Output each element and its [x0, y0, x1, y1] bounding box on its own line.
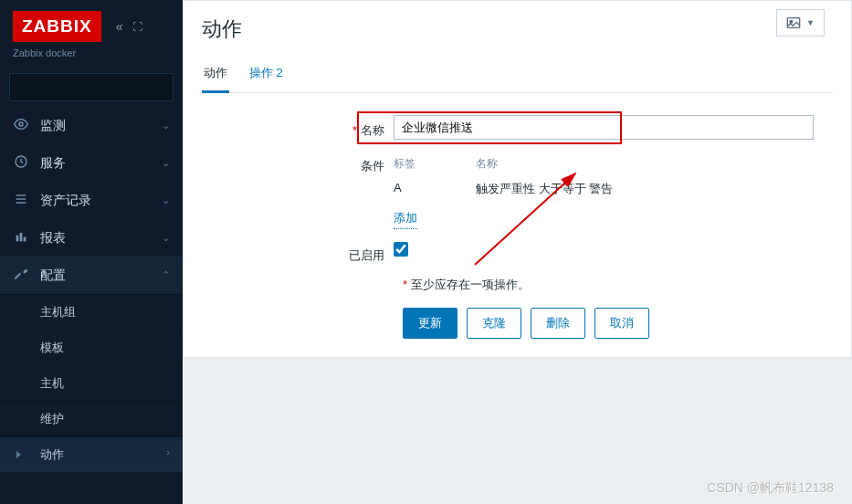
nav-inventory[interactable]: 资产记录 ⌄ — [0, 182, 183, 219]
svg-point-11 — [790, 20, 793, 23]
update-button[interactable]: 更新 — [403, 308, 458, 339]
nav-configuration[interactable]: 配置 ⌃ — [0, 257, 183, 294]
content-card: 动作 动作 操作 2 *名称 条件 标签 — [183, 0, 852, 358]
server-name: Zabbix docker — [0, 47, 183, 68]
tab-label: 动作 — [204, 66, 227, 79]
condition-row: A 触发严重性 大于等于 警告 — [394, 175, 833, 203]
cond-label: A — [394, 181, 476, 197]
sidebar: ZABBIX « ⛶ Zabbix docker 监测 ⌄ 服务 ⌄ — [0, 0, 183, 504]
tabs: 动作 操作 2 — [202, 47, 833, 93]
nav-services[interactable]: 服务 ⌄ — [0, 144, 183, 182]
name-row: *名称 — [202, 115, 833, 140]
image-icon — [786, 16, 801, 29]
export-button[interactable]: ▼ — [776, 9, 825, 37]
nav-label: 配置 — [40, 268, 151, 284]
conditions-table: 标签 名称 A 触发严重性 大于等于 警告 — [394, 152, 833, 203]
chevron-up-icon: ⌃ — [162, 269, 170, 281]
nav-label: 监测 — [40, 118, 151, 134]
cond-name: 触发严重性 大于等于 警告 — [476, 181, 613, 197]
name-label: *名称 — [202, 115, 394, 140]
add-condition-link[interactable]: 添加 — [394, 210, 417, 229]
chevron-down-icon: ⌄ — [162, 232, 170, 244]
svg-point-2 — [19, 122, 23, 126]
action-form: *名称 条件 标签 名称 A 触发严 — [202, 115, 833, 339]
svg-rect-9 — [24, 237, 26, 242]
svg-rect-7 — [16, 236, 19, 242]
watermark: CSDN @帆布鞋12138 — [707, 480, 834, 497]
svg-rect-8 — [20, 233, 23, 241]
caret-down-icon: ▼ — [806, 18, 815, 27]
sub-label: 维护 — [40, 412, 64, 425]
tab-label: 操作 2 — [249, 66, 283, 79]
chevron-down-icon: ⌄ — [162, 120, 170, 131]
search-box — [9, 73, 174, 101]
sidebar-item-hosts[interactable]: 主机 — [0, 365, 183, 401]
collapse-icon[interactable]: « — [116, 19, 123, 34]
nav-label: 服务 — [40, 155, 151, 172]
nav-reports[interactable]: 报表 ⌄ — [0, 219, 183, 257]
fullscreen-icon[interactable]: ⛶ — [132, 21, 142, 32]
main-content: ▼ 动作 动作 操作 2 *名称 条件 — [183, 0, 852, 504]
warning-row: *至少应存在一项操作。 — [202, 277, 833, 293]
brand-logo[interactable]: ZABBIX — [13, 11, 101, 42]
logo-row: ZABBIX « ⛶ — [0, 0, 183, 47]
conditions-row: 条件 标签 名称 A 触发严重性 大于等于 警告 添加 — [202, 152, 833, 229]
chart-icon — [13, 229, 29, 247]
sub-label: 主机组 — [40, 305, 76, 319]
col-label: 标签 — [394, 156, 476, 172]
name-input[interactable] — [394, 115, 814, 140]
conditions-header: 标签 名称 — [394, 152, 833, 175]
eye-icon — [13, 117, 29, 134]
clone-button[interactable]: 克隆 — [467, 308, 521, 339]
sidebar-item-maintenance[interactable]: 维护 — [0, 401, 183, 436]
sidebar-item-actions[interactable]: 动作› — [0, 436, 183, 472]
search-input[interactable] — [10, 74, 178, 100]
nav-label: 资产记录 — [40, 193, 151, 209]
chevron-right-icon: › — [166, 446, 170, 457]
tab-action[interactable]: 动作 — [202, 58, 229, 93]
sub-label: 主机 — [40, 376, 64, 390]
sidebar-item-templates[interactable]: 模板 — [0, 330, 183, 365]
delete-button[interactable]: 删除 — [531, 308, 585, 339]
sidebar-item-hostgroups[interactable]: 主机组 — [0, 294, 183, 330]
sub-label: 动作 — [40, 447, 64, 461]
nav-label: 报表 — [40, 230, 151, 247]
enabled-checkbox[interactable] — [394, 242, 408, 257]
sub-label: 模板 — [40, 341, 64, 354]
col-name: 名称 — [476, 156, 498, 172]
cancel-button[interactable]: 取消 — [594, 308, 649, 339]
page-title: 动作 — [202, 16, 833, 43]
warning-text: 至少应存在一项操作。 — [411, 278, 530, 291]
conditions-label: 条件 — [202, 152, 394, 174]
nav-monitoring[interactable]: 监测 ⌄ — [0, 107, 183, 144]
clock-icon — [13, 154, 29, 172]
enabled-row: 已启用 — [202, 242, 833, 264]
button-row: 更新 克隆 删除 取消 — [202, 308, 833, 339]
list-icon — [13, 192, 29, 209]
enabled-label: 已启用 — [202, 242, 394, 264]
chevron-down-icon: ⌄ — [162, 194, 170, 206]
wrench-icon — [13, 267, 29, 284]
nav-section: 监测 ⌄ 服务 ⌄ 资产记录 ⌄ 报表 ⌄ — [0, 107, 183, 472]
search-row — [0, 68, 183, 107]
chevron-down-icon: ⌄ — [162, 157, 170, 169]
tab-operations[interactable]: 操作 2 — [247, 58, 285, 92]
